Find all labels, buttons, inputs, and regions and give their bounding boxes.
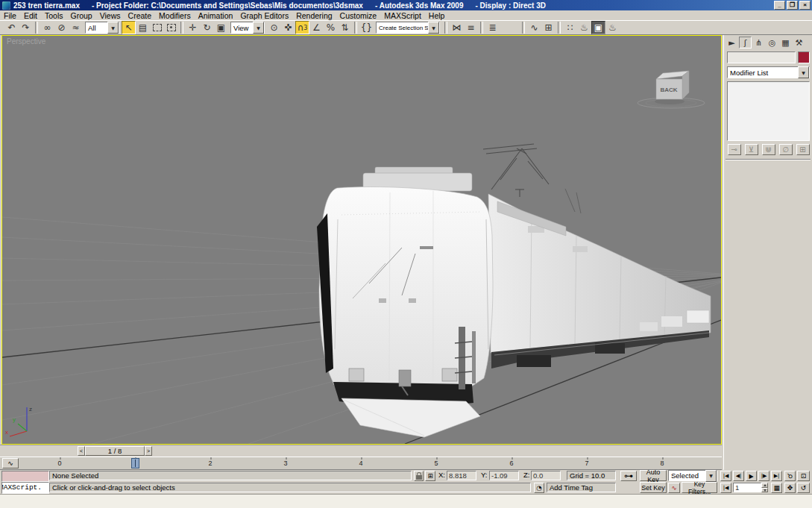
object-name-field[interactable] xyxy=(727,51,796,63)
minimize-button[interactable]: _ xyxy=(774,1,785,10)
default-in-out-tangents-icon[interactable]: ∿ xyxy=(668,483,680,493)
viewcube[interactable]: BACK xyxy=(638,71,705,108)
menu-views[interactable]: Views xyxy=(96,11,125,20)
play-animation-icon[interactable]: ▶ xyxy=(746,471,757,481)
time-tag-icon[interactable]: ◔ xyxy=(534,483,544,493)
chevron-down-icon[interactable]: ▼ xyxy=(253,22,264,34)
render-production-icon[interactable]: ♨ xyxy=(605,21,620,34)
menu-file[interactable]: File xyxy=(0,11,20,20)
arc-rotate-icon[interactable]: ↺ xyxy=(797,483,810,493)
zoom-icon[interactable]: ⚲ xyxy=(784,471,796,481)
window-crossing-icon[interactable] xyxy=(164,21,178,34)
previous-frame-icon[interactable]: ◀| xyxy=(733,471,744,481)
select-and-manipulate-icon[interactable]: ✜ xyxy=(281,21,295,34)
menu-maxscript[interactable]: MAXScript xyxy=(380,11,425,20)
menu-create[interactable]: Create xyxy=(125,11,156,20)
pin-stack-icon[interactable]: ⊸ xyxy=(728,144,741,155)
close-button[interactable]: × xyxy=(799,1,811,10)
select-and-scale-icon[interactable]: ▣ xyxy=(214,21,228,34)
selection-lock-icon[interactable] xyxy=(414,471,424,481)
menu-customize[interactable]: Customize xyxy=(336,11,381,20)
track-bar[interactable]: ∿ 0 1 2 3 4 5 6 7 8 xyxy=(0,457,722,470)
select-and-move-icon[interactable]: ✛ xyxy=(186,21,200,34)
tab-display-icon[interactable]: ▦ xyxy=(779,37,792,48)
snaps-toggle-icon[interactable]: ∩3 xyxy=(295,21,309,34)
tab-modify-icon[interactable]: ʃ xyxy=(739,37,752,48)
current-frame-field[interactable]: 1 xyxy=(733,483,761,492)
selection-filter-dropdown[interactable]: All ▼ xyxy=(85,22,119,34)
time-slider-value[interactable]: 1 / 8 xyxy=(85,446,145,456)
make-unique-icon[interactable]: ⋓ xyxy=(762,144,775,155)
menu-help[interactable]: Help xyxy=(425,11,449,20)
track-bar-frame-handle[interactable] xyxy=(131,458,139,468)
rectangular-selection-region-icon[interactable] xyxy=(150,21,164,34)
use-pivot-center-icon[interactable]: ⊙ xyxy=(267,21,281,34)
remove-modifier-icon[interactable]: ∅ xyxy=(779,144,793,155)
chevron-down-icon[interactable]: ▼ xyxy=(107,22,119,34)
rendered-frame-window-icon[interactable]: ▣ xyxy=(591,21,605,34)
named-selection-set-dropdown[interactable]: Create Selection Set ▼ xyxy=(376,22,440,34)
menu-graph-editors[interactable]: Graph Editors xyxy=(236,11,292,20)
tab-create-icon[interactable]: ► xyxy=(726,37,738,48)
frame-spinner[interactable] xyxy=(761,483,768,492)
zoom-extents-icon[interactable]: ⊡ xyxy=(797,471,810,481)
object-color-swatch[interactable] xyxy=(798,51,810,63)
bind-to-space-warp-icon[interactable]: ≈ xyxy=(69,21,83,34)
schematic-view-icon[interactable]: ⊞ xyxy=(541,21,556,34)
select-object-button[interactable]: ↖ xyxy=(122,21,136,34)
align-icon[interactable]: ≡ xyxy=(464,21,478,34)
render-setup-icon[interactable]: ♨ xyxy=(577,21,591,34)
angle-snap-icon[interactable]: ∠ xyxy=(309,21,324,34)
set-key-button[interactable]: Set Key xyxy=(640,482,667,493)
go-to-end-icon[interactable]: ▶| xyxy=(771,471,782,481)
select-and-rotate-icon[interactable]: ↻ xyxy=(200,21,214,34)
absolute-offset-toggle-icon[interactable]: ⊞ xyxy=(425,471,435,481)
next-frame-icon[interactable]: |▶ xyxy=(758,471,769,481)
menu-modifiers[interactable]: Modifiers xyxy=(155,11,195,20)
layer-manager-icon[interactable]: ≣ xyxy=(485,21,500,34)
go-to-start-icon[interactable]: |◀ xyxy=(720,471,731,481)
percent-snap-icon[interactable]: % xyxy=(324,21,338,34)
tab-utilities-icon[interactable]: ⚒ xyxy=(793,37,805,48)
tab-motion-icon[interactable]: ◎ xyxy=(766,37,778,48)
x-coord-field[interactable]: 8.818 xyxy=(447,471,476,480)
z-coord-field[interactable]: 0.0 xyxy=(531,471,561,480)
pan-view-icon[interactable]: ✥ xyxy=(784,483,796,493)
menu-rendering[interactable]: Rendering xyxy=(292,11,336,20)
spinner-snap-icon[interactable]: ⇅ xyxy=(338,21,352,34)
next-frame-nub[interactable]: > xyxy=(145,446,152,456)
menu-group[interactable]: Group xyxy=(67,11,96,20)
viewcube-face-label[interactable]: BACK xyxy=(660,87,677,93)
auto-key-button[interactable]: Auto Key xyxy=(640,470,667,481)
named-selection-sets-icon[interactable]: {} xyxy=(359,21,374,34)
viewport-label[interactable]: Perspective xyxy=(7,37,45,46)
show-end-result-icon[interactable]: ⊻ xyxy=(745,144,758,155)
chevron-down-icon[interactable]: ▼ xyxy=(798,66,809,78)
maxscript-macro-recorder[interactable] xyxy=(1,471,49,482)
select-and-link-icon[interactable]: ∞ xyxy=(40,21,54,34)
time-configuration-icon[interactable]: ▦ xyxy=(771,483,782,493)
curve-editor-icon[interactable]: ∿ xyxy=(527,21,541,34)
menu-animation[interactable]: Animation xyxy=(195,11,237,20)
maxscript-mini-listener[interactable]: MAXScript. xyxy=(1,482,49,494)
menu-edit[interactable]: Edit xyxy=(20,11,41,20)
chevron-down-icon[interactable]: ▼ xyxy=(428,22,439,34)
perspective-viewport[interactable]: Perspective xyxy=(1,35,722,445)
key-mode-toggle-icon[interactable]: |◀ xyxy=(720,483,731,493)
material-editor-icon[interactable]: ∷ xyxy=(563,21,577,34)
add-time-tag[interactable]: Add Time Tag xyxy=(547,483,616,492)
mirror-icon[interactable]: ⋈ xyxy=(450,21,464,34)
mini-curve-editor-icon[interactable]: ∿ xyxy=(2,458,19,468)
configure-modifier-sets-icon[interactable]: ⊞ xyxy=(796,144,810,155)
select-by-name-icon[interactable]: ▤ xyxy=(136,21,150,34)
previous-frame-nub[interactable]: < xyxy=(78,446,85,456)
key-filters-button[interactable]: Key Filters... xyxy=(682,482,717,493)
modifier-stack-list[interactable] xyxy=(727,81,810,141)
tab-hierarchy-icon[interactable]: ⋔ xyxy=(752,37,765,48)
restore-button[interactable]: ❐ xyxy=(787,1,798,10)
unlink-selection-icon[interactable]: ⊘ xyxy=(54,21,69,34)
time-slider[interactable]: < 1 / 8 > xyxy=(0,445,722,457)
set-key-toggle-icon[interactable]: ⊶ xyxy=(620,471,637,481)
modifier-list-dropdown[interactable]: Modifier List ▼ xyxy=(727,66,810,78)
viewport-canvas[interactable]: BACK z x y xyxy=(2,36,721,444)
